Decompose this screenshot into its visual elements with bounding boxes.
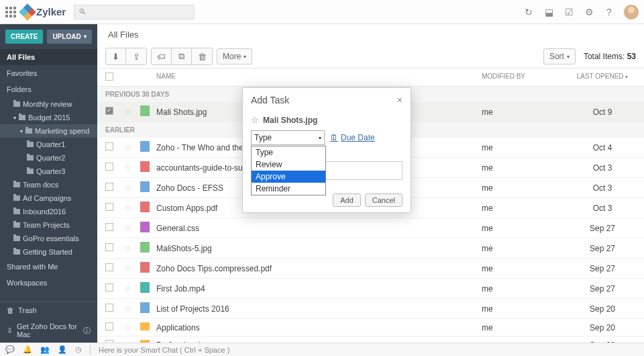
star-icon[interactable]: ☆ <box>124 243 132 253</box>
folder-node[interactable]: Ad Campaigns <box>0 191 97 205</box>
folder-node[interactable]: Team Projects <box>0 218 97 232</box>
logo-mark-icon <box>21 6 34 18</box>
tag-button[interactable]: 🏷 <box>152 48 172 64</box>
sidebar-trash[interactable]: 🗑Trash <box>0 302 97 318</box>
star-icon[interactable]: ☆ <box>124 107 132 117</box>
file-modified-by: me <box>482 244 569 253</box>
folder-node[interactable]: GoPro essentials <box>0 232 97 245</box>
type-option[interactable]: Reminder <box>252 183 325 195</box>
create-button[interactable]: CREATE <box>5 30 43 44</box>
chevron-down-icon: ▾ <box>319 135 321 141</box>
status-notif-icon[interactable]: 🔔 <box>23 345 32 354</box>
file-row[interactable]: ☆ApplicationsmeSep 20 <box>97 319 644 337</box>
type-option[interactable]: Approve <box>252 171 325 183</box>
upload-button[interactable]: UPLOAD▾ <box>47 30 91 44</box>
add-button[interactable]: Add <box>333 193 361 207</box>
row-checkbox[interactable] <box>105 223 113 231</box>
file-row[interactable]: ☆Zoho Docs Tips.compressed.pdfmeSep 27 <box>97 259 644 279</box>
star-icon[interactable]: ☆ <box>124 263 132 273</box>
share-button[interactable]: ⇪ <box>126 48 146 64</box>
folder-node[interactable]: Quarter3 <box>0 165 97 178</box>
sidebar-favorites[interactable]: Favorites <box>0 65 97 81</box>
dropbox-icon[interactable]: ⬓ <box>543 7 554 17</box>
search-box[interactable]: 🔍︎ <box>74 5 195 19</box>
tasks-icon[interactable]: ☑ <box>564 7 574 17</box>
sidebar-get-app[interactable]: ⇩Get Zoho Docs for Macⓘ <box>0 318 97 343</box>
star-icon[interactable]: ☆ <box>124 223 132 233</box>
col-name[interactable]: NAME <box>156 73 482 82</box>
file-row[interactable]: ☆MaliShots-5.jpgmeSep 27 <box>97 238 644 259</box>
star-icon[interactable]: ☆ <box>124 142 132 152</box>
type-select[interactable]: Type ▾ TypeReviewApproveReminder <box>251 130 325 145</box>
row-checkbox[interactable] <box>105 263 113 271</box>
status-activity-icon[interactable]: ◷ <box>75 345 82 354</box>
user-avatar[interactable] <box>624 5 639 19</box>
file-row[interactable]: ☆ProfessionalmeSep 20 <box>97 337 644 343</box>
star-icon[interactable]: ☆ <box>124 183 132 193</box>
sidebar-folders[interactable]: Folders <box>0 81 97 97</box>
row-checkbox[interactable] <box>105 183 113 191</box>
row-checkbox[interactable] <box>105 322 113 330</box>
close-icon[interactable]: × <box>397 95 402 105</box>
brand-logo[interactable]: Zylker <box>21 6 66 18</box>
sidebar-all-files[interactable]: All Files <box>0 49 97 65</box>
folder-node[interactable]: Getting Started <box>0 245 97 259</box>
apps-grid-icon[interactable] <box>5 7 16 17</box>
search-input[interactable] <box>89 8 190 16</box>
star-icon[interactable]: ☆ <box>124 304 132 314</box>
folder-node[interactable]: Inbound2016 <box>0 205 97 218</box>
add-task-modal: Add Task × ☆ Mali Shots.jpg Type ▾ TypeR… <box>242 87 411 213</box>
folder-node[interactable]: Quarter1 <box>0 138 97 151</box>
calendar-icon: 🗓 <box>330 133 338 142</box>
folder-node[interactable]: Monthly review <box>0 97 97 111</box>
folder-icon <box>13 101 20 107</box>
sidebar-workspaces[interactable]: Workspaces <box>0 275 97 291</box>
star-icon[interactable]: ☆ <box>124 283 132 294</box>
file-date: Sep 27 <box>569 244 636 253</box>
download-button[interactable]: ⬇ <box>106 48 126 64</box>
cancel-button[interactable]: Cancel <box>365 193 402 207</box>
copy-button[interactable]: ⧉ <box>172 48 192 64</box>
row-checkbox[interactable] <box>105 107 113 115</box>
file-row[interactable]: ☆General.cssmeSep 27 <box>97 218 644 238</box>
row-checkbox[interactable] <box>105 243 113 251</box>
file-type-icon <box>140 105 150 116</box>
sort-button[interactable]: Sort▾ <box>543 48 576 64</box>
sidebar-shared[interactable]: Shared with Me <box>0 259 97 275</box>
type-option[interactable]: Review <box>252 159 325 171</box>
select-all-checkbox[interactable] <box>105 73 113 81</box>
folder-node[interactable]: Quarter2 <box>0 151 97 165</box>
help-icon[interactable]: ? <box>604 7 614 17</box>
type-option[interactable]: Type <box>252 146 325 159</box>
row-checkbox[interactable] <box>105 142 113 150</box>
row-checkbox[interactable] <box>105 304 113 312</box>
folder-node[interactable]: Team docs <box>0 178 97 191</box>
star-icon[interactable]: ☆ <box>124 322 132 332</box>
status-chat-icon[interactable]: 💬 <box>5 345 15 354</box>
file-modified-by: me <box>482 163 569 173</box>
folder-node[interactable]: ▾Budget 2015 <box>0 111 97 124</box>
row-checkbox[interactable] <box>105 163 113 171</box>
star-icon[interactable]: ☆ <box>124 203 132 213</box>
row-checkbox[interactable] <box>105 203 113 211</box>
file-row[interactable]: ☆First Job.mp4meSep 27 <box>97 279 644 299</box>
chevron-down-icon: ▾ <box>84 34 87 40</box>
more-button[interactable]: More▾ <box>217 48 252 64</box>
file-date: Sep 20 <box>569 304 636 314</box>
folder-node[interactable]: ▾Marketing spend <box>0 124 97 138</box>
status-user-icon[interactable]: 👤 <box>58 345 67 354</box>
file-date: Oct 3 <box>569 183 636 193</box>
settings-icon[interactable]: ⚙ <box>584 7 594 17</box>
file-type-icon <box>140 181 150 192</box>
delete-button[interactable]: 🗑 <box>192 48 212 64</box>
status-contacts-icon[interactable]: 👥 <box>40 345 50 354</box>
row-checkbox[interactable] <box>105 283 113 292</box>
col-opened[interactable]: LAST OPENED ▾ <box>569 73 636 82</box>
due-date-button[interactable]: 🗓 Due Date <box>330 133 375 142</box>
sync-icon[interactable]: ↻ <box>523 7 534 17</box>
file-row[interactable]: ☆List of Projects 2016meSep 20 <box>97 299 644 319</box>
star-icon[interactable]: ☆ <box>124 163 132 173</box>
info-icon: ⓘ <box>83 326 91 336</box>
col-modified[interactable]: MODIFIED BY <box>482 73 569 82</box>
star-icon[interactable]: ☆ <box>251 115 259 125</box>
